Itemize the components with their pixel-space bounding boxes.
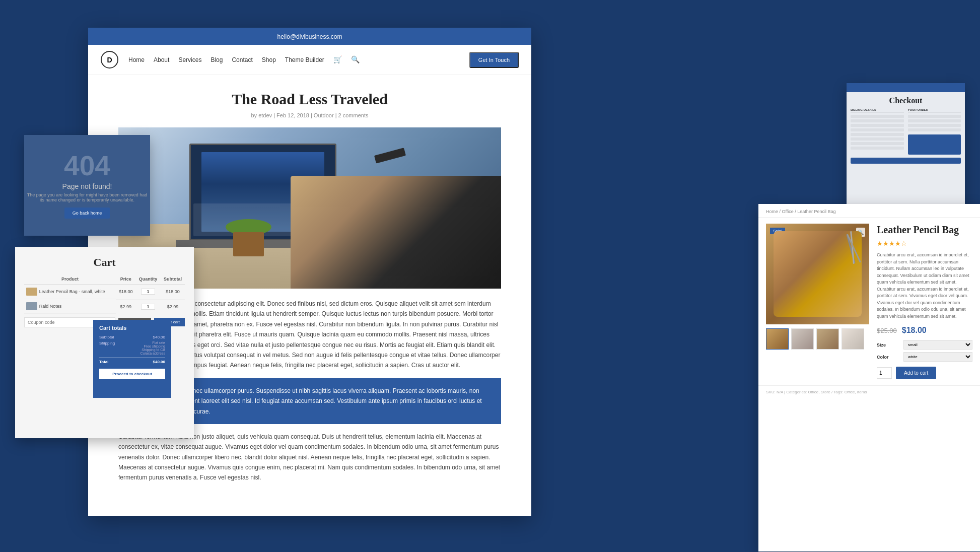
- checkout-columns: BILLING DETAILS YOUR ORDER: [847, 108, 965, 155]
- top-bar: hello@divibusiness.com: [88, 28, 531, 45]
- nav-shop[interactable]: Shop: [262, 56, 276, 63]
- billing-field-4: [851, 128, 904, 131]
- checkout-submit-bar: [851, 158, 961, 164]
- error-message: Page not found!: [62, 182, 112, 190]
- billing-field-6: [851, 137, 904, 141]
- product-price-2: $2.99: [116, 299, 135, 314]
- thumb-3[interactable]: [816, 328, 839, 350]
- product-description: Curabitur arcu erat, accumsan id imperdi…: [877, 252, 972, 320]
- nav-services[interactable]: Services: [178, 56, 201, 63]
- blog-body-paragraph-2: Curabitur fermentum nulla non justo aliq…: [118, 432, 501, 483]
- order-col: YOUR ORDER: [908, 108, 961, 155]
- price-old: $25.00: [877, 327, 897, 334]
- product-main-image: Sale! 🔍: [766, 224, 869, 324]
- billing-field-8: [851, 147, 904, 150]
- checkout-title: Checkout: [847, 92, 965, 108]
- error-subtext: The page you are looking for might have …: [24, 192, 150, 202]
- col-price: Price: [116, 274, 135, 285]
- nav-about[interactable]: About: [154, 56, 169, 63]
- nav-cart-icon[interactable]: 🛒: [333, 55, 342, 64]
- order-field-2: [908, 119, 961, 122]
- proceed-to-checkout-button[interactable]: Proceed to checkout: [99, 369, 165, 379]
- nav-blog[interactable]: Blog: [211, 56, 223, 63]
- table-row: Leather Pencil Bag - small, white $18.00…: [24, 285, 185, 300]
- nav-links: Home About Services Blog Contact Shop Th…: [128, 55, 469, 64]
- col-qty: Quantity: [135, 274, 160, 285]
- nav-home[interactable]: Home: [128, 56, 145, 63]
- product-stars: ★★★★☆: [877, 240, 972, 248]
- get-in-touch-button[interactable]: Get In Touch: [469, 52, 519, 68]
- col-product: Product: [24, 274, 116, 285]
- size-select[interactable]: small medium large: [903, 340, 972, 350]
- col-subtotal: Subtotal: [161, 274, 185, 285]
- add-to-cart-button[interactable]: Add to cart: [896, 367, 936, 379]
- size-label: Size: [877, 342, 899, 348]
- thumb-4[interactable]: [842, 328, 864, 350]
- order-field-4: [908, 128, 961, 131]
- error-code: 404: [64, 152, 110, 180]
- checkout-nav-bar: [847, 83, 965, 92]
- product-page: Home / Office / Leather Pencil Bag Sale!…: [758, 204, 980, 551]
- qty-input-2[interactable]: [141, 304, 155, 310]
- go-back-home-button[interactable]: Go back home: [64, 208, 110, 219]
- product-thumbnails: [766, 328, 869, 350]
- shipping-row: Shipping Flat rate Free shipping Shippin…: [99, 341, 165, 355]
- nav-theme-builder[interactable]: Theme Builder: [285, 56, 324, 63]
- product-price-1: $18.00: [116, 285, 135, 300]
- product-name-2: Raid Notes: [39, 304, 62, 309]
- checkout-page: Checkout BILLING DETAILS YOUR ORDER: [847, 83, 965, 214]
- total-row: Total $40.00: [99, 357, 165, 364]
- billing-col: BILLING DETAILS: [851, 108, 904, 155]
- product-thumbnail-2: [26, 302, 37, 310]
- product-name-1: Leather Pencil Bag - small, white: [39, 289, 105, 294]
- subtotal-row: Subtotal $40.00: [99, 335, 165, 339]
- add-to-cart-row: Add to cart: [877, 367, 972, 379]
- product-qty-input[interactable]: [877, 367, 892, 379]
- order-summary-box: [908, 134, 961, 155]
- order-field-1: [908, 115, 961, 118]
- product-thumbnail-1: [26, 288, 37, 296]
- product-meta: SKU: N/A | Categories: Office, Store / T…: [758, 385, 980, 398]
- billing-field-2: [851, 119, 904, 122]
- cart-title: Cart: [15, 247, 194, 274]
- product-info: Leather Pencil Bag ★★★★☆ Curabitur arcu …: [877, 224, 972, 379]
- thumb-1[interactable]: [766, 328, 789, 350]
- nav-logo[interactable]: D: [101, 51, 118, 68]
- product-subtotal-1: $18.00: [161, 285, 185, 300]
- product-subtotal-2: $2.99: [161, 299, 185, 314]
- product-image-wrap: Sale! 🔍: [766, 224, 869, 379]
- size-option-row: Size small medium large: [877, 340, 972, 350]
- page-404: 404 Page not found! The page you are loo…: [24, 135, 150, 236]
- product-name: Leather Pencil Bag: [877, 224, 972, 236]
- table-row: Raid Notes $2.99 $2.99: [24, 299, 185, 314]
- price-new: $18.00: [902, 326, 927, 334]
- cart-totals-title: Cart totals: [99, 325, 165, 331]
- nav-contact[interactable]: Contact: [232, 56, 252, 63]
- color-select[interactable]: white black brown: [903, 352, 972, 362]
- billing-field-5: [851, 133, 904, 136]
- blog-title: The Road Less Traveled: [118, 90, 501, 108]
- cart-totals-box: Cart totals Subtotal $40.00 Shipping Fla…: [93, 320, 171, 398]
- billing-field-3: [851, 124, 904, 127]
- order-field-3: [908, 124, 961, 127]
- cart-table: Product Price Quantity Subtotal Leather …: [24, 274, 185, 314]
- order-title: YOUR ORDER: [908, 108, 961, 113]
- billing-field-7: [851, 142, 904, 145]
- qty-input-1[interactable]: [141, 289, 155, 295]
- blog-meta: by etdev | Feb 12, 2018 | Outdoor | 2 co…: [118, 112, 501, 118]
- product-price: $25.00 $18.00: [877, 326, 972, 335]
- billing-field-1: [851, 115, 904, 118]
- top-bar-email: hello@divibusiness.com: [277, 33, 342, 40]
- product-breadcrumb: Home / Office / Leather Pencil Bag: [758, 204, 980, 218]
- billing-title: BILLING DETAILS: [851, 108, 904, 113]
- nav-search-icon[interactable]: 🔍: [351, 55, 360, 64]
- thumb-2[interactable]: [791, 328, 814, 350]
- color-label: Color: [877, 355, 899, 360]
- product-options: Size small medium large Color white blac…: [877, 340, 972, 362]
- product-main-content: Sale! 🔍 Leather Pencil Bag ★★★★☆ Curabit…: [758, 218, 980, 385]
- nav-bar: D Home About Services Blog Contact Shop …: [88, 45, 531, 75]
- color-option-row: Color white black brown: [877, 352, 972, 362]
